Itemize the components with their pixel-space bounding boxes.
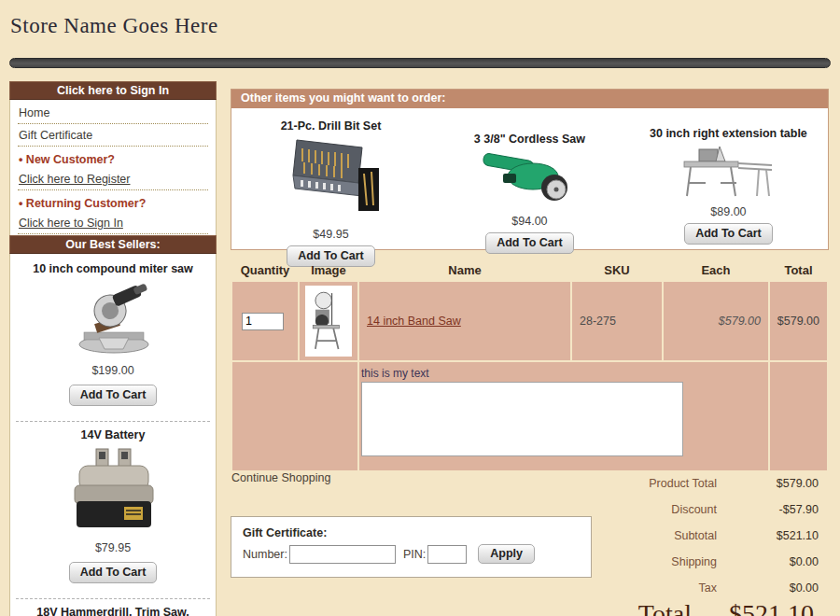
total-row-value: $0.00 — [717, 575, 819, 601]
column-header-image: Image — [300, 261, 357, 280]
total-price: $579.00 — [770, 282, 827, 360]
page-title: Store Name Goes Here — [10, 14, 218, 38]
each-price: $579.00 — [664, 282, 768, 360]
add-to-cart-button[interactable]: Add To Cart — [485, 232, 574, 254]
suggested-item: 21-Pc. Drill Bit Set — [231, 108, 430, 274]
signin-header[interactable]: Click here to Sign In — [9, 81, 217, 100]
empty-cell — [232, 362, 357, 470]
battery-image — [16, 445, 210, 537]
best-seller-item: 10 inch compound miter saw $199.00 Add — [16, 256, 210, 422]
cordless-saw-image — [475, 149, 583, 209]
sidebar-item-home[interactable]: Home — [18, 102, 208, 124]
product-price: $199.00 — [16, 359, 210, 381]
total-row-label: Shipping — [560, 549, 717, 575]
product-price: $49.95 — [313, 228, 348, 241]
total-row-value: -$57.90 — [717, 497, 819, 523]
continue-shopping-link[interactable]: Continue Shopping — [231, 471, 330, 484]
best-sellers-header: Our Best Sellers: — [9, 235, 217, 254]
product-name: 21-Pc. Drill Bit Set — [281, 119, 382, 133]
best-seller-item: 18V Hammerdrill, Trim Saw, Reciprocating… — [16, 599, 210, 616]
product-name: 3 3/8" Cordless Saw — [474, 133, 585, 146]
sidebar-item-gift-certificate[interactable]: Gift Certificate — [18, 124, 208, 147]
grand-total-label: Total — [638, 599, 692, 616]
column-header-total: Total — [770, 261, 827, 280]
order-totals: Product Total $579.00 Discount -$57.90 S… — [560, 470, 819, 601]
total-row-value: $0.00 — [717, 549, 819, 575]
total-row-value: $521.10 — [717, 523, 819, 549]
sku-value: 28-275 — [572, 282, 662, 360]
add-to-cart-button[interactable]: Add To Cart — [684, 223, 773, 245]
gift-pin-label: PIN: — [403, 548, 426, 561]
best-seller-item: 14V Battery $79.95 Add To Cart — [16, 422, 210, 599]
product-name: 18V Hammerdrill, Trim Saw, Reciprocating… — [16, 599, 210, 616]
suggested-items-box: Other items you might want to order: 21-… — [231, 89, 829, 250]
product-price: $79.95 — [16, 537, 210, 558]
register-link[interactable]: Click here to Register — [18, 168, 208, 190]
suggested-item: 3 3/8" Cordless Saw $94.00 Add To Cart — [430, 108, 629, 274]
gift-number-input[interactable] — [289, 545, 396, 564]
total-row-label: Tax — [560, 575, 717, 601]
miter-saw-image — [16, 279, 210, 359]
returning-customer-label: • Returning Customer? — [18, 190, 208, 212]
product-name: 10 inch compound miter saw — [16, 256, 210, 279]
column-header-quantity: Quantity — [232, 261, 298, 280]
gift-certificate-title: Gift Certificate: — [231, 517, 591, 544]
grand-total: Total $521.10 — [560, 599, 819, 616]
product-price: $94.00 — [511, 215, 547, 228]
empty-cell — [770, 362, 827, 470]
total-row-value: $579.00 — [717, 470, 819, 497]
cart-row: 14 inch Band Saw 28-275 $579.00 $579.00 — [232, 282, 827, 360]
add-to-cart-button[interactable]: Add To Cart — [69, 385, 158, 406]
apply-button[interactable]: Apply — [478, 544, 535, 564]
total-row-label: Subtotal — [560, 523, 717, 549]
cart-table: Quantity Image Name SKU Each Total — [231, 259, 829, 472]
header-divider-bar — [9, 58, 831, 68]
band-saw-image — [305, 286, 352, 357]
product-name: 14V Battery — [16, 422, 210, 445]
product-link[interactable]: 14 inch Band Saw — [367, 315, 461, 328]
total-row-label: Discount — [560, 497, 717, 523]
gift-certificate-box: Gift Certificate: Number: PIN: Apply — [231, 516, 592, 578]
note-textarea[interactable] — [361, 382, 683, 456]
sidebar-signin-box: Click here to Sign In Home Gift Certific… — [9, 81, 217, 240]
drill-bit-set-image — [276, 133, 385, 222]
new-customer-label: • New Customer? — [18, 147, 208, 168]
suggested-item: 30 inch right extension table $89.00 Add… — [629, 108, 828, 274]
product-price: $89.00 — [710, 205, 746, 218]
column-header-sku: SKU — [572, 261, 662, 280]
cart-note-row: this is my text — [232, 362, 827, 470]
column-header-name: Name — [359, 261, 570, 280]
signin-link[interactable]: Click here to Sign In — [18, 212, 208, 234]
product-name: 30 inch right extension table — [650, 127, 807, 140]
gift-pin-input[interactable] — [427, 545, 467, 564]
grand-total-value: $521.10 — [729, 599, 819, 616]
quantity-input[interactable] — [242, 313, 284, 330]
add-to-cart-button[interactable]: Add To Cart — [69, 562, 158, 583]
best-sellers-box: Our Best Sellers: 10 inch compound miter… — [9, 235, 217, 616]
suggested-items-header: Other items you might want to order: — [231, 90, 828, 108]
gift-number-label: Number: — [243, 548, 287, 561]
column-header-each: Each — [664, 261, 768, 280]
extension-table-image — [679, 144, 777, 200]
note-label: this is my text — [361, 367, 768, 380]
total-row-label: Product Total — [560, 470, 717, 497]
